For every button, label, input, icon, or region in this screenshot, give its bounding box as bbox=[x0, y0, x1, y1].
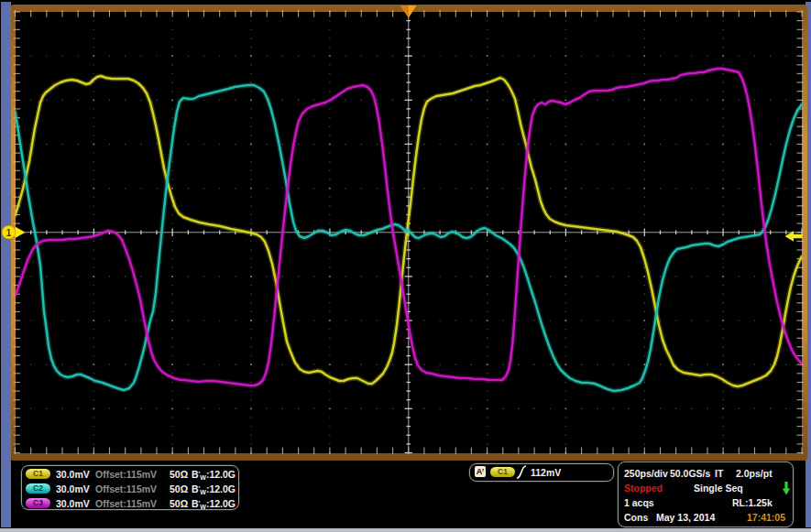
svg-text:1: 1 bbox=[6, 228, 12, 238]
